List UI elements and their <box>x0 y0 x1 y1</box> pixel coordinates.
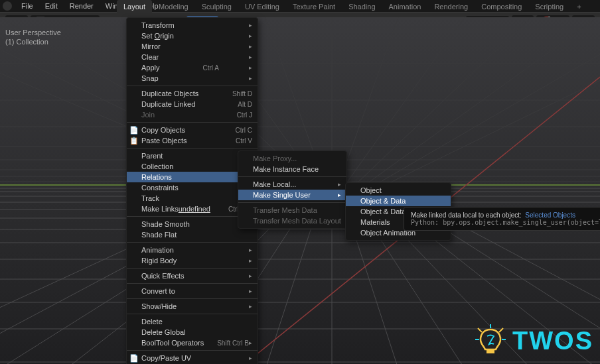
relations-menu-make-instance-face[interactable]: Make Instance Face <box>238 164 346 174</box>
menu-item-label: Duplicate Linked <box>141 100 195 108</box>
menu-separator <box>127 314 258 314</box>
menu-separator <box>127 86 258 86</box>
menu-separator <box>127 283 258 284</box>
menu-item-label: Relations <box>141 173 172 181</box>
menu-item-label: Collection <box>141 162 173 170</box>
tab-texture-paint[interactable]: Texture Paint <box>286 0 342 13</box>
tab-uv-editing[interactable]: UV Editing <box>238 0 286 13</box>
menu-separator <box>127 122 258 123</box>
menu-separator <box>127 242 258 243</box>
object-menu-mirror[interactable]: Mirror▸ <box>127 41 258 52</box>
menu-item-label: Delete <box>141 318 163 326</box>
menu-item-shortcut: Shift Ctrl B <box>204 339 249 347</box>
menu-item-label: Duplicate Objects <box>141 90 198 97</box>
menu-separator <box>127 148 258 149</box>
object-menu-convert-to[interactable]: Convert to▸ <box>127 286 258 296</box>
object-menu-duplicate-objects[interactable]: Duplicate ObjectsShift D <box>127 88 258 99</box>
object-menu-set-origin[interactable]: Set Origin▸ <box>127 30 258 41</box>
menu-separator <box>238 202 346 203</box>
tab-rendering[interactable]: Rendering <box>427 0 475 13</box>
object-menu-copy-paste-uv[interactable]: 📄Copy/Paste UV▸ <box>127 353 258 363</box>
object-menu-duplicate-linked[interactable]: Duplicate LinkedAlt D <box>127 99 258 109</box>
chevron-right-icon: ▸ <box>249 75 252 82</box>
tooltip-title: Make linked data local to each object: <box>411 212 522 219</box>
chevron-right-icon: ▸ <box>249 54 252 60</box>
menu-item-label: Track <box>141 194 159 202</box>
menu-item-shortcut: Ctrl J <box>224 111 252 119</box>
tab-animation[interactable]: Animation <box>382 0 428 13</box>
menu-item-label: Object & Data <box>360 197 406 205</box>
menu-item-label: Copy Objects <box>141 126 185 134</box>
chevron-right-icon: ▸ <box>249 273 252 279</box>
object-menu-snap[interactable]: Snap▸ <box>127 73 258 84</box>
tab-compositing[interactable]: Compositing <box>475 0 528 13</box>
menu-item-label: Transfer Mesh Data Layout <box>253 217 341 225</box>
object-menu-paste-objects[interactable]: 📋Paste ObjectsCtrl V <box>127 135 258 146</box>
object-menu-animation[interactable]: Animation▸ <box>127 245 258 255</box>
object-menu-booltool-operators[interactable]: BoolTool OperatorsShift Ctrl B▸ <box>127 337 258 348</box>
menu-item-label: Show/Hide <box>141 302 177 310</box>
svg-line-52 <box>478 328 482 332</box>
menu-item-label: Animation <box>141 246 174 254</box>
menu-item-label: Materials <box>360 218 390 226</box>
object-menu-shade-flat[interactable]: Shade Flat <box>127 229 258 240</box>
object-menu-quick-effects[interactable]: Quick Effects▸ <box>127 271 258 281</box>
viewport-collection-label: (1) Collection <box>5 37 61 46</box>
object-menu-transform[interactable]: Transform▸ <box>127 20 258 30</box>
add-workspace-button[interactable]: + <box>570 0 587 13</box>
svg-rect-51 <box>487 349 494 353</box>
tab-scripting[interactable]: Scripting <box>528 0 570 13</box>
tab-sculpting[interactable]: Sculpting <box>195 0 238 13</box>
relations-menu-transfer-mesh-data-layout: Transfer Mesh Data Layout <box>238 215 346 226</box>
menu-item-label: Make Proxy... <box>253 154 297 162</box>
object-menu-join: JoinCtrl J <box>127 109 258 120</box>
menu-item-label: Paste Objects <box>141 137 187 145</box>
chevron-right-icon: ▸ <box>249 303 252 310</box>
chevron-right-icon: ▸ <box>249 288 252 294</box>
object-menu-rigid-body[interactable]: Rigid Body▸ <box>127 255 258 266</box>
single-user-menu-object-data[interactable]: Object & Data <box>346 196 451 206</box>
chevron-right-icon: ▸ <box>338 192 341 198</box>
object-menu-delete[interactable]: Delete <box>127 316 258 327</box>
chevron-right-icon: ▸ <box>249 257 252 264</box>
menu-item-label: Convert to <box>141 287 175 295</box>
menu-separator <box>238 176 346 177</box>
tab-modeling[interactable]: Modeling <box>152 0 195 13</box>
relations-menu-make-proxy: Make Proxy... <box>238 153 346 164</box>
menu-item-label: BoolTool Operators <box>141 339 204 347</box>
menu-item-label: Join <box>141 111 155 119</box>
menu-item-label: Shade Smooth <box>141 220 190 228</box>
menu-item-shortcut: Shift D <box>219 90 252 97</box>
menu-item-label: Snap <box>141 74 159 82</box>
copy-objects-icon: 📄 <box>129 126 139 135</box>
tab-shading[interactable]: Shading <box>342 0 382 13</box>
menu-item-label: Delete Global <box>141 328 186 336</box>
object-menu-show-hide[interactable]: Show/Hide▸ <box>127 301 258 312</box>
tab-layout[interactable]: Layout <box>117 0 152 13</box>
menu-item-shortcut: Ctrl C <box>222 127 252 134</box>
workspace-tabs: Layout Modeling Sculpting UV Editing Tex… <box>0 0 600 13</box>
object-menu-clear[interactable]: Clear▸ <box>127 52 258 62</box>
menu-item-label: Quick Effects <box>141 272 185 280</box>
copy-paste-uv-icon: 📄 <box>129 354 139 363</box>
tooltip-code: Python: bpy.ops.object.make_single_user(… <box>411 219 600 226</box>
object-menu-apply[interactable]: ApplyCtrl A▸ <box>127 62 258 73</box>
menu-item-shortcut: Ctrl A <box>190 64 219 72</box>
relations-menu-make-local[interactable]: Make Local...▸ <box>238 179 346 190</box>
chevron-right-icon: ▸ <box>249 247 252 253</box>
menu-item-label: Make Local... <box>253 180 296 188</box>
menu-item-label: Parent <box>141 152 163 160</box>
single-user-menu-object[interactable]: Object <box>346 185 451 196</box>
object-menu-delete-global[interactable]: Delete Global <box>127 327 258 337</box>
menu-item-label: Shade Flat <box>141 231 177 239</box>
chevron-right-icon: ▸ <box>249 43 252 50</box>
tooltip: Make linked data local to each object: S… <box>404 207 600 231</box>
twos-text: TWOS <box>512 327 593 355</box>
chevron-right-icon: ▸ <box>249 355 252 361</box>
menu-item-label: Set Origin <box>141 32 174 40</box>
object-menu-copy-objects[interactable]: 📄Copy ObjectsCtrl C <box>127 125 258 135</box>
menu-item-label: Rigid Body <box>141 257 177 265</box>
relations-menu-make-single-user[interactable]: Make Single User▸ <box>238 190 346 200</box>
twos-watermark: TWOS <box>474 324 593 357</box>
relations-submenu: Make Proxy...Make Instance FaceMake Loca… <box>238 151 347 229</box>
